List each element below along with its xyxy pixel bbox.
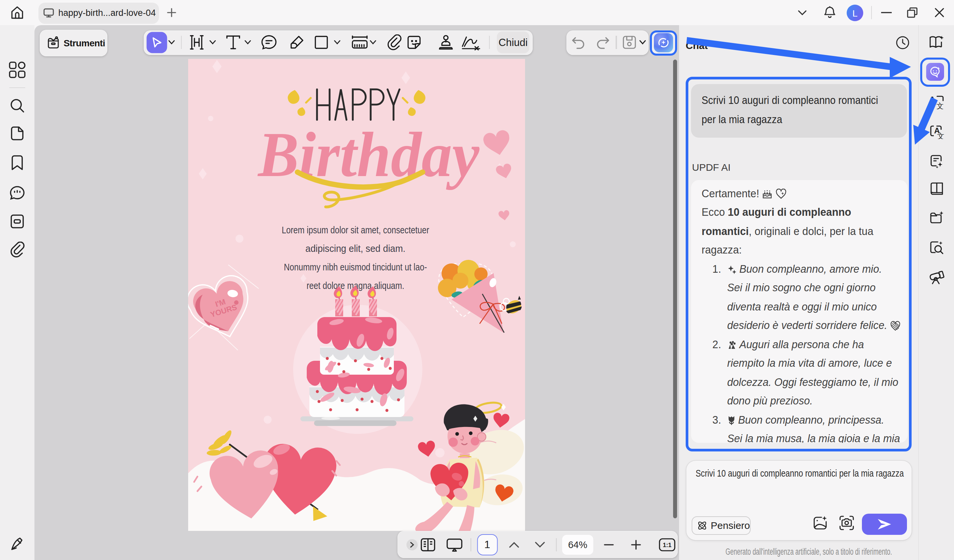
svg-text:文: 文 xyxy=(936,102,943,109)
svg-text:A: A xyxy=(929,95,935,104)
svg-text:Nonummy nibh euismod tincidunt: Nonummy nibh euismod tincidunt ut lao- xyxy=(284,261,427,272)
svg-text:adipiscing elit, sed diam.: adipiscing elit, sed diam. xyxy=(306,243,405,254)
svg-text:Lorem ipsum dolor sit amet, co: Lorem ipsum dolor sit amet, consectetuer xyxy=(282,224,429,235)
svg-text:Birthday: Birthday xyxy=(257,119,480,190)
svg-text:文: 文 xyxy=(937,132,944,139)
svg-text:1:1: 1:1 xyxy=(662,541,671,548)
